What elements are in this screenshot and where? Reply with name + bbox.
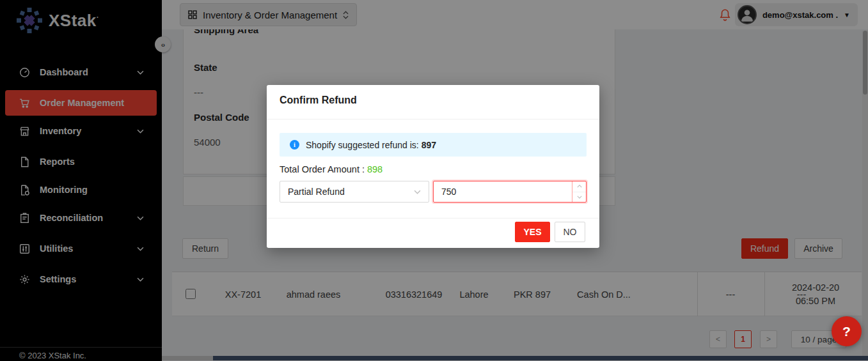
modal-title: Confirm Refund (280, 95, 357, 106)
number-spinner (572, 181, 586, 202)
yes-button[interactable]: YES (515, 222, 550, 242)
refund-type-select[interactable]: Partial Refund (280, 181, 429, 203)
spinner-up-button[interactable] (572, 181, 586, 192)
spinner-down-button[interactable] (572, 192, 586, 203)
confirm-refund-modal: Confirm Refund i Shopify suggested refun… (267, 85, 599, 248)
total-amount-value: 898 (367, 164, 383, 174)
info-alert-text: Shopify suggested refund is:897 (306, 140, 436, 150)
suggested-refund-value: 897 (422, 140, 436, 150)
refund-amount-field (433, 181, 587, 203)
refund-amount-input[interactable] (434, 181, 572, 202)
no-button[interactable]: NO (555, 222, 585, 242)
help-button[interactable]: ? (832, 316, 862, 346)
question-icon: ? (842, 324, 851, 339)
info-alert: i Shopify suggested refund is:897 (280, 133, 587, 157)
refund-type-value: Partial Refund (288, 187, 414, 197)
app-window: XStak· Dashboard Order Management Invent… (0, 0, 868, 361)
chevron-down-icon (414, 190, 421, 194)
modal-header-divider (267, 119, 599, 119)
total-order-amount: Total Order Amount :898 (280, 164, 383, 174)
info-icon: i (290, 140, 299, 150)
modal-footer-divider (267, 218, 599, 219)
